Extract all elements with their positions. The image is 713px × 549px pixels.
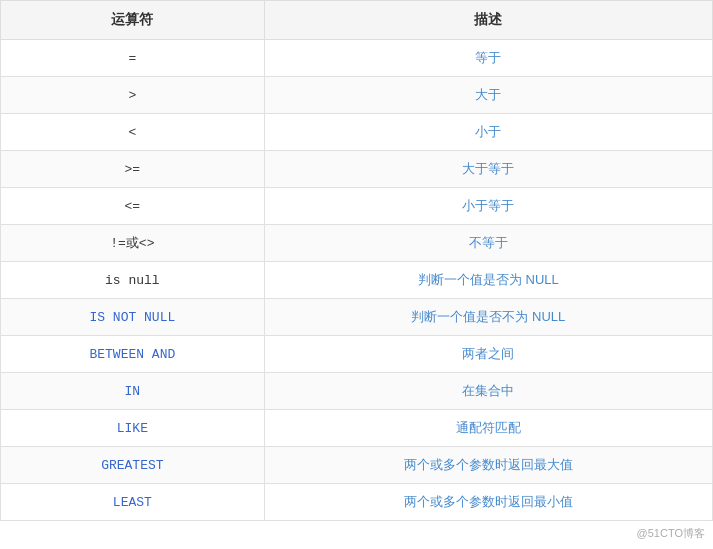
table-row: =等于 <box>1 40 713 77</box>
operator-cell: LEAST <box>1 484 265 521</box>
operator-cell: BETWEEN AND <box>1 336 265 373</box>
table-row: >大于 <box>1 77 713 114</box>
description-cell: 大于 <box>264 77 712 114</box>
operator-cell: IN <box>1 373 265 410</box>
operator-cell: >= <box>1 151 265 188</box>
description-cell: 判断一个值是否不为 NULL <box>264 299 712 336</box>
operator-cell: <= <box>1 188 265 225</box>
main-container: 运算符 描述 =等于>大于<小于>=大于等于<=小于等于!=或<>不等于is n… <box>0 0 713 549</box>
description-cell: 两者之间 <box>264 336 712 373</box>
table-row: <=小于等于 <box>1 188 713 225</box>
description-cell: 小于等于 <box>264 188 712 225</box>
description-cell: 等于 <box>264 40 712 77</box>
header-operator: 运算符 <box>1 1 265 40</box>
description-cell: 通配符匹配 <box>264 410 712 447</box>
operator-cell: is null <box>1 262 265 299</box>
table-row: LIKE通配符匹配 <box>1 410 713 447</box>
table-row: IN在集合中 <box>1 373 713 410</box>
table-row: <小于 <box>1 114 713 151</box>
operator-cell: < <box>1 114 265 151</box>
table-row: >=大于等于 <box>1 151 713 188</box>
watermark: @51CTO博客 <box>637 526 705 541</box>
table-row: !=或<>不等于 <box>1 225 713 262</box>
header-description: 描述 <box>264 1 712 40</box>
description-cell: 大于等于 <box>264 151 712 188</box>
table-row: IS NOT NULL判断一个值是否不为 NULL <box>1 299 713 336</box>
operator-cell: LIKE <box>1 410 265 447</box>
table-row: GREATEST两个或多个参数时返回最大值 <box>1 447 713 484</box>
operators-table: 运算符 描述 =等于>大于<小于>=大于等于<=小于等于!=或<>不等于is n… <box>0 0 713 521</box>
table-header-row: 运算符 描述 <box>1 1 713 40</box>
description-cell: 判断一个值是否为 NULL <box>264 262 712 299</box>
table-row: is null判断一个值是否为 NULL <box>1 262 713 299</box>
table-row: BETWEEN AND两者之间 <box>1 336 713 373</box>
operator-cell: = <box>1 40 265 77</box>
table-row: LEAST两个或多个参数时返回最小值 <box>1 484 713 521</box>
description-cell: 不等于 <box>264 225 712 262</box>
description-cell: 小于 <box>264 114 712 151</box>
operator-cell: > <box>1 77 265 114</box>
description-cell: 两个或多个参数时返回最小值 <box>264 484 712 521</box>
operator-cell: GREATEST <box>1 447 265 484</box>
description-cell: 两个或多个参数时返回最大值 <box>264 447 712 484</box>
description-cell: 在集合中 <box>264 373 712 410</box>
operator-cell: !=或<> <box>1 225 265 262</box>
operator-cell: IS NOT NULL <box>1 299 265 336</box>
